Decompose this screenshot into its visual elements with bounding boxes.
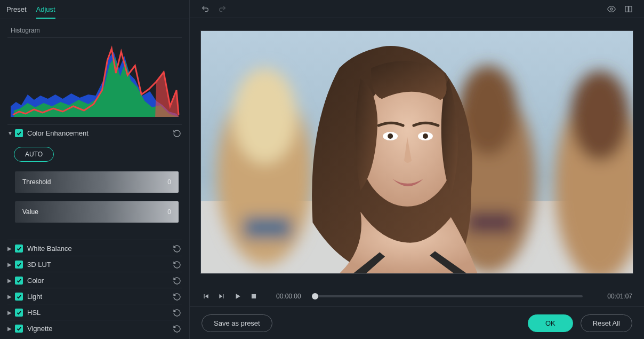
section-white-balance[interactable]: ▶ White Balance — [7, 240, 182, 256]
section-label: White Balance — [27, 245, 172, 253]
threshold-slider[interactable]: Threshold 0 — [15, 171, 179, 193]
checkbox-color[interactable] — [15, 277, 23, 285]
section-color[interactable]: ▶ Color — [7, 272, 182, 288]
svg-rect-18 — [252, 294, 256, 298]
svg-point-0 — [610, 8, 613, 10]
svg-point-6 — [233, 68, 297, 164]
caret-right-icon: ▶ — [7, 246, 15, 251]
threshold-value: 0 — [167, 178, 171, 186]
reset-icon[interactable] — [172, 324, 182, 334]
timecode-current: 00:00:00 — [276, 293, 301, 300]
reset-icon[interactable] — [172, 276, 182, 286]
histogram-title: Histogram — [7, 25, 182, 38]
play-icon[interactable] — [234, 292, 242, 301]
checkbox-vignette[interactable] — [15, 325, 23, 333]
ok-button[interactable]: OK — [528, 314, 573, 332]
svg-rect-12 — [467, 211, 515, 233]
prev-frame-icon[interactable] — [202, 292, 210, 301]
reset-all-button[interactable]: Reset All — [581, 314, 632, 332]
checkbox-white-balance[interactable] — [15, 245, 23, 253]
caret-right-icon: ▶ — [7, 278, 15, 283]
caret-right-icon: ▶ — [7, 262, 15, 267]
caret-right-icon: ▶ — [7, 326, 15, 332]
top-bar — [190, 0, 644, 18]
next-frame-icon[interactable] — [218, 292, 226, 301]
caret-right-icon: ▶ — [7, 294, 15, 299]
reset-icon[interactable] — [172, 308, 182, 318]
color-enhancement-content: AUTO Threshold 0 Value 0 — [7, 140, 182, 240]
checkbox-3d-lut[interactable] — [15, 261, 23, 269]
save-preset-button[interactable]: Save as preset — [202, 314, 272, 332]
checkbox-color-enhancement[interactable] — [15, 129, 23, 137]
section-label: Color — [27, 277, 172, 285]
caret-right-icon: ▶ — [7, 310, 15, 316]
checkbox-light[interactable] — [15, 293, 23, 301]
section-light[interactable]: ▶ Light — [7, 288, 182, 304]
tabs: Preset Adjust — [0, 0, 189, 19]
value-slider[interactable]: Value 0 — [15, 201, 179, 223]
tab-preset[interactable]: Preset — [6, 5, 27, 19]
section-3d-lut[interactable]: ▶ 3D LUT — [7, 256, 182, 272]
svg-point-15 — [388, 133, 393, 139]
value-value: 0 — [167, 208, 171, 216]
section-hsl[interactable]: ▶ HSL — [7, 304, 182, 320]
preview-frame — [200, 30, 633, 274]
reset-icon[interactable] — [172, 129, 182, 138]
playhead[interactable] — [312, 293, 318, 299]
section-label: 3D LUT — [27, 261, 172, 269]
panel-body: Histogram ▼ Color Enhancement AUTO Thres — [0, 19, 189, 339]
svg-point-17 — [423, 133, 428, 139]
section-color-enhancement[interactable]: ▼ Color Enhancement — [7, 124, 182, 140]
right-panel: 00:00:00 00:01:07 Save as preset OK Rese… — [190, 0, 644, 339]
section-vignette[interactable]: ▶ Vignette — [7, 320, 182, 336]
timecode-duration: 00:01:07 — [607, 293, 632, 300]
reset-icon[interactable] — [172, 292, 182, 302]
value-label: Value — [22, 208, 38, 216]
bottom-bar: Save as preset OK Reset All — [190, 307, 644, 339]
left-panel: Preset Adjust Histogram ▼ Color Enhancem… — [0, 0, 190, 339]
section-label: Light — [27, 293, 172, 301]
checkbox-hsl[interactable] — [15, 309, 23, 317]
section-label: Color Enhancement — [27, 129, 172, 137]
threshold-label: Threshold — [22, 178, 51, 186]
svg-rect-2 — [629, 6, 632, 12]
redo-icon[interactable] — [218, 4, 227, 14]
compare-icon[interactable] — [624, 4, 633, 14]
stop-icon[interactable] — [249, 292, 258, 301]
svg-point-10 — [570, 70, 629, 161]
section-label: HSL — [27, 309, 172, 317]
tab-adjust[interactable]: Adjust — [36, 5, 55, 19]
transport-bar: 00:00:00 00:01:07 — [190, 286, 644, 307]
reset-icon[interactable] — [172, 260, 182, 270]
eye-icon[interactable] — [607, 4, 616, 14]
svg-rect-11 — [244, 217, 292, 238]
auto-button[interactable]: AUTO — [14, 147, 54, 162]
timeline[interactable] — [315, 295, 583, 297]
histogram — [10, 42, 180, 117]
caret-down-icon: ▼ — [7, 131, 15, 136]
undo-icon[interactable] — [200, 4, 210, 14]
reset-icon[interactable] — [172, 244, 182, 254]
svg-rect-1 — [625, 6, 628, 12]
section-label: Vignette — [27, 325, 172, 333]
preview-area — [190, 18, 644, 286]
